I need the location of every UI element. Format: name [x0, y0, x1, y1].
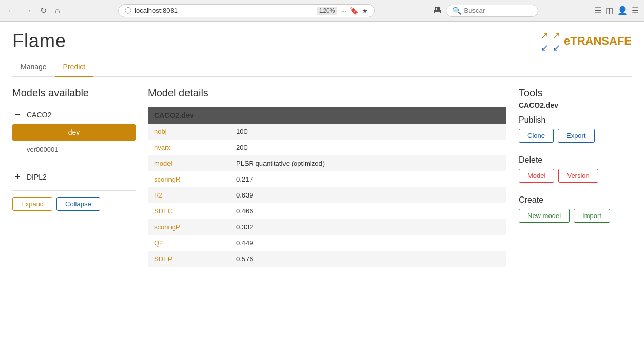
logo-area: ↗ ↗ ↙ ↙ eTRANSAFE [539, 30, 632, 52]
table-row: scoringP0.332 [148, 219, 506, 235]
browser-right-icons: ☰ ◫ 👤 ☰ [594, 6, 639, 15]
row-value: PLSR quantitative (optimized) [230, 155, 506, 171]
logo-trans: TRANS [570, 34, 609, 47]
row-key: nvarx [148, 140, 230, 155]
browser-menu-dots[interactable]: ··· [340, 7, 347, 15]
row-value: 0.449 [230, 235, 506, 251]
print-icon[interactable]: 🖶 [433, 6, 442, 15]
delete-version-button[interactable]: Version [558, 169, 598, 183]
row-value: 200 [230, 140, 506, 155]
tools-divider1 [519, 149, 632, 149]
caco2-dev-version[interactable]: dev [12, 124, 136, 141]
model-group-caco2-header[interactable]: − CACO2 [12, 107, 136, 122]
row-value: 0.217 [230, 171, 506, 187]
import-button[interactable]: Import [574, 209, 610, 223]
row-value: 0.639 [230, 187, 506, 203]
browser-chrome: ← → ↻ ⌂ ⓘ localhost:8081 120% ··· 🔖 ★ 🖶 … [0, 0, 644, 22]
bookmark-icon[interactable]: 🔖 [350, 7, 358, 15]
url-text: localhost:8081 [135, 7, 314, 14]
expand-collapse-group: Expand Collapse [12, 197, 136, 211]
collapse-button[interactable]: Collapse [56, 197, 100, 211]
tools-model-name: CACO2.dev [519, 101, 632, 109]
dipl2-name: DIPL2 [27, 173, 47, 181]
middle-panel: Model details CACO2.dev nobj100nvarx200m… [148, 87, 506, 345]
app-title: Flame [12, 30, 66, 52]
models-divider [12, 163, 136, 163]
row-key: SDEP [148, 251, 230, 267]
clone-button[interactable]: Clone [519, 129, 554, 143]
tools-title: Tools [519, 87, 632, 99]
row-key: Q2 [148, 235, 230, 251]
arrow-tl: ↗ [539, 30, 550, 41]
menu-icon[interactable]: ☰ [632, 6, 639, 15]
row-key: nobj [148, 124, 230, 140]
url-bar[interactable]: ⓘ localhost:8081 120% ··· 🔖 ★ [118, 4, 375, 17]
model-group-dipl2: + DIPL2 [12, 169, 136, 184]
table-row: nobj100 [148, 124, 506, 140]
models-divider2 [12, 190, 136, 191]
tools-divider2 [519, 189, 632, 189]
publish-label: Publish [519, 115, 632, 125]
table-row: modelPLSR quantitative (optimized) [148, 155, 506, 171]
app-container: Flame ↗ ↗ ↙ ↙ eTRANSAFE Manage Predict M… [0, 22, 644, 355]
zoom-level: 120% [317, 7, 338, 15]
delete-model-button[interactable]: Model [519, 169, 554, 183]
table-row: nvarx200 [148, 140, 506, 155]
user-icon[interactable]: 👤 [617, 6, 628, 15]
caco2-ver000001-version[interactable]: ver000001 [12, 143, 136, 156]
info-icon: ⓘ [125, 6, 131, 15]
model-group-caco2: − CACO2 dev ver000001 [12, 107, 136, 156]
create-buttons: New model Import [519, 209, 632, 223]
model-group-dipl2-header[interactable]: + DIPL2 [12, 169, 136, 184]
left-panel: Models available − CACO2 dev ver000001 +… [12, 87, 136, 345]
search-input[interactable] [464, 7, 531, 14]
home-button[interactable]: ⌂ [53, 5, 62, 16]
row-value: 0.576 [230, 251, 506, 267]
logo-arrows: ↗ ↗ ↙ ↙ [539, 30, 562, 52]
arrow-bl: ↙ [539, 42, 550, 53]
reload-button[interactable]: ↻ [38, 5, 49, 16]
row-value: 0.466 [230, 203, 506, 219]
new-model-button[interactable]: New model [519, 209, 570, 223]
table-row: SDEP0.576 [148, 251, 506, 267]
row-key: SDEC [148, 203, 230, 219]
logo-afe: AFE [609, 34, 632, 47]
logo-e: e [564, 34, 570, 47]
arrow-br: ↙ [551, 42, 562, 53]
library-icon[interactable]: ☰ [594, 6, 601, 15]
row-key: scoringP [148, 219, 230, 235]
star-icon[interactable]: ★ [362, 7, 368, 15]
right-panel: Tools CACO2.dev Publish Clone Export Del… [519, 87, 632, 345]
row-value: 100 [230, 124, 506, 140]
table-row: Q20.449 [148, 235, 506, 251]
back-button[interactable]: ← [5, 5, 17, 16]
row-value: 0.332 [230, 219, 506, 235]
caco2-name: CACO2 [27, 111, 51, 119]
models-section-title: Models available [12, 87, 136, 99]
table-row: SDEC0.466 [148, 203, 506, 219]
caco2-expand-icon: − [12, 109, 23, 120]
row-key: R2 [148, 187, 230, 203]
dipl2-expand-icon: + [12, 171, 23, 182]
export-button[interactable]: Export [558, 129, 595, 143]
delete-label: Delete [519, 155, 632, 165]
logo-text: eTRANSAFE [564, 34, 632, 48]
browser-search[interactable]: 🔍 [446, 5, 538, 17]
details-table-header: CACO2.dev [148, 107, 506, 124]
forward-button[interactable]: → [22, 5, 34, 16]
delete-buttons: Model Version [519, 169, 632, 183]
main-content: Models available − CACO2 dev ver000001 +… [0, 77, 644, 355]
expand-button[interactable]: Expand [12, 197, 52, 211]
tab-manage[interactable]: Manage [12, 57, 55, 77]
table-row: scoringR0.217 [148, 171, 506, 187]
search-icon: 🔍 [452, 7, 461, 15]
sidebar-icon[interactable]: ◫ [605, 6, 613, 15]
publish-buttons: Clone Export [519, 129, 632, 143]
table-row: R20.639 [148, 187, 506, 203]
row-key: scoringR [148, 171, 230, 187]
nav-tabs: Manage Predict [12, 57, 632, 77]
create-label: Create [519, 195, 632, 205]
model-details-title: Model details [148, 87, 506, 99]
tab-predict[interactable]: Predict [55, 57, 94, 77]
row-key: model [148, 155, 230, 171]
